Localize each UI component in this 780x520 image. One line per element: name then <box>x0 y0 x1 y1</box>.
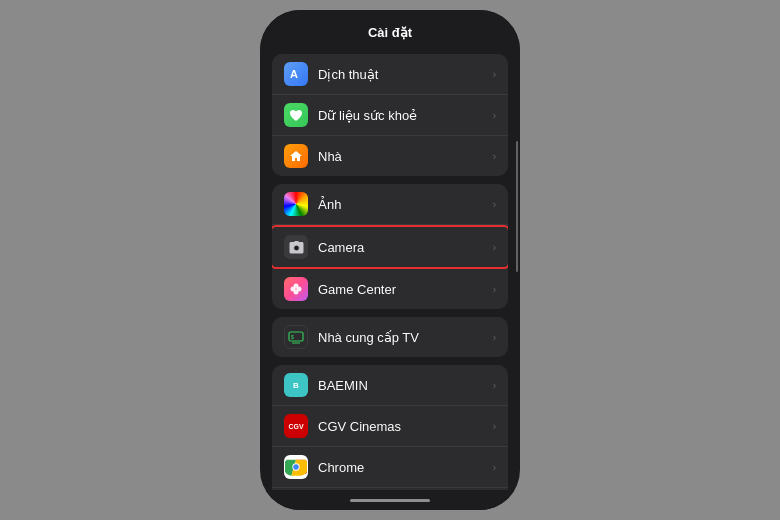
tv-chevron: › <box>493 332 496 343</box>
list-item-gamecenter[interactable]: Game Center › <box>272 269 508 309</box>
list-item-photos[interactable]: Ảnh › <box>272 184 508 225</box>
baemin-icon: B <box>284 373 308 397</box>
gamecenter-icon <box>284 277 308 301</box>
status-bar: Cài đặt <box>260 10 520 54</box>
baemin-chevron: › <box>493 380 496 391</box>
home-bar <box>350 499 430 502</box>
translate-chevron: › <box>493 69 496 80</box>
svg-text:$: $ <box>291 334 294 340</box>
settings-list: A Dịch thuật › Dữ liệu sức khoẻ › <box>260 54 520 490</box>
chrome-label: Chrome <box>318 460 489 475</box>
tv-label: Nhà cung cấp TV <box>318 330 489 345</box>
section-1: A Dịch thuật › Dữ liệu sức khoẻ › <box>272 54 508 176</box>
page-title: Cài đặt <box>368 25 412 40</box>
camera-icon <box>284 235 308 259</box>
health-icon <box>284 103 308 127</box>
photos-label: Ảnh <box>318 197 489 212</box>
svg-point-11 <box>293 464 299 470</box>
list-item-translate[interactable]: A Dịch thuật › <box>272 54 508 95</box>
cgv-icon: CGV <box>284 414 308 438</box>
section-2: Ảnh › Camera › <box>272 184 508 309</box>
health-chevron: › <box>493 110 496 121</box>
photos-chevron: › <box>493 199 496 210</box>
cgv-chevron: › <box>493 421 496 432</box>
list-item-baemin[interactable]: B BAEMIN › <box>272 365 508 406</box>
list-item-camera[interactable]: Camera › <box>272 225 508 269</box>
home-chevron: › <box>493 151 496 162</box>
svg-point-4 <box>294 284 299 289</box>
list-item-home[interactable]: Nhà › <box>272 136 508 176</box>
list-item-cgv[interactable]: CGV CGV Cinemas › <box>272 406 508 447</box>
svg-point-5 <box>294 290 299 295</box>
home-icon <box>284 144 308 168</box>
svg-text:A: A <box>290 68 298 80</box>
translate-icon: A <box>284 62 308 86</box>
chrome-icon <box>284 455 308 479</box>
camera-chevron: › <box>493 242 496 253</box>
section-3: $ Nhà cung cấp TV › <box>272 317 508 357</box>
health-label: Dữ liệu sức khoẻ <box>318 108 489 123</box>
scrollbar <box>516 141 518 272</box>
photos-icon <box>284 192 308 216</box>
chrome-chevron: › <box>493 462 496 473</box>
gamecenter-label: Game Center <box>318 282 489 297</box>
cgv-label: CGV Cinemas <box>318 419 489 434</box>
section-4: B BAEMIN › CGV CGV Cinemas › <box>272 365 508 490</box>
tv-icon: $ <box>284 325 308 349</box>
translate-label: Dịch thuật <box>318 67 489 82</box>
phone-frame: Cài đặt A Dịch thuật › Dữ liệ <box>260 10 520 510</box>
baemin-label: BAEMIN <box>318 378 489 393</box>
home-indicator <box>260 490 520 510</box>
list-item-chrome[interactable]: Chrome › <box>272 447 508 488</box>
svg-point-1 <box>293 245 299 251</box>
list-item-facebook[interactable]: f Facebook › <box>272 488 508 490</box>
home-label: Nhà <box>318 149 489 164</box>
list-item-tv[interactable]: $ Nhà cung cấp TV › <box>272 317 508 357</box>
gamecenter-chevron: › <box>493 284 496 295</box>
camera-label: Camera <box>318 240 489 255</box>
list-item-health[interactable]: Dữ liệu sức khoẻ › <box>272 95 508 136</box>
